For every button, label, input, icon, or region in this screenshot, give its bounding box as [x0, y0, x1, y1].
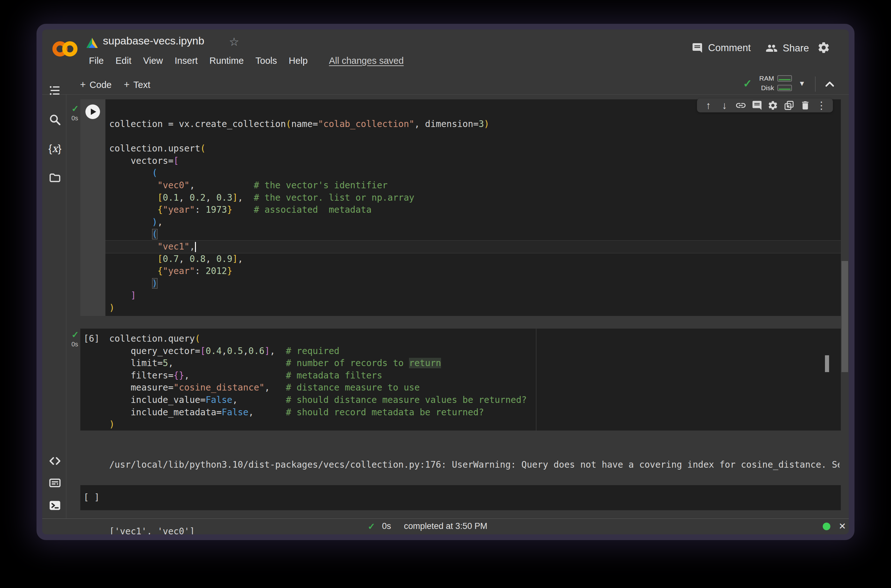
google-drive-icon [86, 38, 98, 48]
code-line: ] [105, 290, 841, 302]
code-line: [0.1, 0.2, 0.3], # the vector. list or n… [105, 192, 841, 204]
code-line: measure="cosine_distance", # distance me… [105, 382, 841, 394]
toolbar-divider [42, 94, 849, 94]
run-cell-button[interactable] [86, 105, 100, 119]
code-line: ( [105, 167, 841, 179]
collapse-header-button[interactable] [823, 77, 837, 91]
code-line: vectors=[ [105, 155, 841, 167]
add-text-button[interactable]: + Text [124, 79, 150, 90]
disk-gauge [777, 85, 792, 91]
code-line: collection.upsert( [105, 142, 841, 155]
more-vert-icon[interactable]: ⋮ [816, 100, 827, 111]
add-comment-icon[interactable] [751, 100, 763, 111]
status-green-dot [823, 523, 830, 530]
code-line: limit=5, # number of records to return [105, 357, 841, 370]
plus-icon: + [80, 79, 86, 90]
plus-icon: + [124, 79, 129, 90]
menu-runtime[interactable]: Runtime [210, 56, 244, 66]
code-snippets-icon[interactable] [49, 454, 61, 467]
add-text-label: Text [134, 80, 150, 90]
code-line [105, 130, 841, 143]
code-line: include_value=False, # should distance m… [105, 394, 841, 406]
cell2-exec-time: 0s [72, 340, 78, 348]
code-line: "vec0", # the vector's identifier [105, 179, 841, 192]
open-in-tab-icon[interactable] [783, 100, 795, 111]
comment-button[interactable]: Comment [692, 42, 751, 54]
code-line: filters={}, # metadata filters [105, 370, 841, 382]
people-icon [766, 42, 778, 54]
execution-count-empty: [ ] [84, 492, 100, 504]
cell2-executed-check-icon: ✓ [72, 330, 79, 340]
comment-icon [692, 42, 703, 54]
colab-window: supabase-vecs.ipynb ☆ File Edit View Ins… [36, 24, 855, 540]
command-palette-icon[interactable] [49, 477, 61, 489]
output-warning-line: /usr/local/lib/python3.10/dist-packages/… [109, 459, 840, 470]
code-line: ) [105, 302, 841, 314]
menu-file[interactable]: File [89, 56, 104, 66]
comment-label: Comment [708, 42, 751, 54]
add-code-button[interactable]: + Code [80, 79, 111, 90]
menubar: File Edit View Insert Runtime Tools Help… [89, 56, 404, 66]
code-line: "vec1", [105, 241, 841, 253]
share-label: Share [783, 42, 809, 54]
cell1-code-editor[interactable]: collection = vx.create_collection(name="… [105, 99, 841, 316]
notebook-title[interactable]: supabase-vecs.ipynb [103, 34, 204, 47]
code-line: include_metadata=False, # should record … [105, 406, 841, 419]
move-cell-up-icon[interactable]: ↑ [703, 100, 714, 111]
files-folder-icon[interactable] [49, 171, 61, 184]
menu-edit[interactable]: Edit [116, 56, 132, 66]
settings-gear-icon[interactable] [817, 41, 830, 54]
code-line: [0.7, 0.8, 0.9], [105, 253, 841, 266]
cell2-code-editor[interactable]: collection.query( query_vector=[0.4,0.5,… [105, 328, 841, 430]
disk-label: Disk [759, 84, 774, 92]
colab-logo-ring-right [62, 41, 78, 57]
status-close-icon[interactable]: ✕ [838, 521, 846, 531]
status-message: completed at 3:50 PM [404, 521, 488, 531]
terminal-icon[interactable] [49, 499, 61, 512]
code-line: ), [105, 216, 841, 229]
runtime-dropdown-caret-icon[interactable]: ▾ [800, 78, 804, 88]
menu-help[interactable]: Help [289, 56, 308, 66]
menu-tools[interactable]: Tools [256, 56, 277, 66]
copy-link-to-cell-icon[interactable] [735, 100, 747, 111]
move-cell-down-icon[interactable]: ↓ [719, 100, 730, 111]
connected-check-icon: ✓ [743, 77, 752, 90]
code-line: ) [105, 418, 841, 431]
screen: supabase-vecs.ipynb ☆ File Edit View Ins… [0, 0, 891, 588]
code-cell-1[interactable]: collection = vx.create_collection(name="… [80, 99, 841, 316]
cell-settings-gear-icon[interactable] [767, 100, 778, 111]
code-line: {"year": 2012} [105, 265, 841, 278]
status-exec-time: 0s [382, 521, 391, 531]
column-ruler [536, 328, 536, 430]
code-line: collection = vx.create_collection(name="… [105, 118, 841, 130]
code-line: ( [105, 228, 841, 241]
resource-monitor[interactable]: RAM Disk [759, 75, 792, 92]
all-changes-saved[interactable]: All changes saved [329, 56, 404, 66]
menu-insert[interactable]: Insert [175, 56, 198, 66]
editor-scrollbar-thumb[interactable] [825, 355, 829, 372]
sidebar-divider [66, 94, 66, 519]
variables-icon[interactable]: {x} [49, 142, 61, 154]
share-button[interactable]: Share [766, 42, 809, 54]
code-cell-2[interactable]: [6] collection.query( query_vector=[0.4,… [80, 328, 841, 430]
cell1-exec-time: 0s [72, 115, 78, 122]
ram-gauge [777, 75, 792, 82]
cell1-executed-check-icon: ✓ [72, 104, 79, 114]
colab-logo[interactable] [52, 40, 78, 57]
status-check-icon: ✓ [368, 521, 375, 532]
statusbar: ✓ 0s completed at 3:50 PM ✕ [42, 519, 849, 534]
search-icon[interactable] [49, 113, 61, 126]
star-icon[interactable]: ☆ [229, 35, 239, 49]
code-line: ) [105, 278, 841, 290]
delete-cell-trash-icon[interactable] [800, 100, 811, 111]
menu-view[interactable]: View [143, 56, 163, 66]
code-line: query_vector=[0.4,0.5,0.6], # required [105, 345, 841, 357]
play-icon [91, 109, 96, 115]
code-line: {"year": 1973} # associated metadata [105, 204, 841, 216]
table-of-contents-icon[interactable] [49, 84, 61, 97]
execution-count: [6] [84, 333, 100, 345]
add-code-label: Code [90, 80, 111, 90]
code-line: collection.query( [105, 333, 841, 345]
notebook-scrollbar-thumb[interactable] [842, 261, 848, 372]
code-cell-3[interactable]: [ ] [80, 485, 841, 510]
